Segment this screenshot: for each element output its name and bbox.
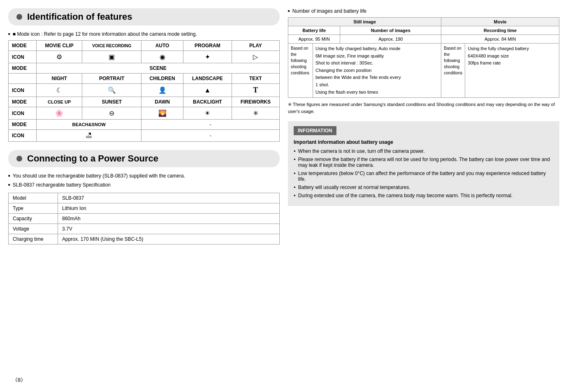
- info-bullet-2: Please remove the battery if the camera …: [294, 157, 554, 168]
- scene-icons-1: ICON ☾ 🔍 👤 ▲ T: [9, 84, 280, 97]
- mode-table: MODE MOVIE CLIP VOICE RECORDING AUTO PRO…: [8, 40, 280, 142]
- still-movie-header: Still image Movie: [288, 18, 559, 26]
- scene-icons-2: ICON 🌸 ⊖ 🌄 ☀ ✳: [9, 107, 280, 120]
- info-bullet-5: During extended use of the camera, the c…: [294, 193, 554, 198]
- information-box: INFORMATION Important information about …: [288, 121, 559, 206]
- info-bullet-1: When the camera is not in use, turn off …: [294, 148, 554, 154]
- information-header: INFORMATION: [294, 126, 336, 135]
- connecting-header: Connecting to a Power Source: [8, 150, 280, 167]
- scene-row: MODE SCENE: [9, 63, 280, 74]
- mode-note: ■ Mode icon : Refer to page 12 for more …: [8, 31, 280, 37]
- connecting-title: Connecting to a Power Source: [27, 153, 158, 164]
- information-title: Important information about battery usag…: [294, 139, 554, 145]
- battery-num-header: Battery life Number of images Recording …: [288, 26, 559, 35]
- number-images-section: Number of images and battery life Still …: [288, 8, 559, 115]
- scene-sub-header-3: MODE BEACH&SNOW -: [9, 120, 280, 130]
- still-movie-table: Still image Movie Battery life Number of…: [288, 17, 559, 98]
- scene-sub-header-2: MODE CLOSE UP SUNSET DAWN BACKLIGHT FIRE…: [9, 97, 280, 107]
- spec-table: Model SLB-0837 Type Lithium Ion Capacity…: [8, 193, 280, 244]
- icon-row-1: ICON ⚙ ▣ ◉ ✦ ▷: [9, 51, 280, 63]
- spec-row-voltage: Voltage 3.7V: [9, 224, 280, 234]
- mode-header-row: MODE MOVIE CLIP VOICE RECORDING AUTO PRO…: [9, 41, 280, 51]
- identification-header: Identification of features: [8, 8, 280, 25]
- connecting-section: Connecting to a Power Source You should …: [8, 150, 280, 244]
- page-number: 《8》: [12, 376, 26, 384]
- info-bullet-4: Battery will usually recover at normal t…: [294, 184, 554, 190]
- info-bullet-3: Low temperatures (below 0°C) can affect …: [294, 171, 554, 182]
- connecting-bullet1: You should use the rechargeable battery …: [8, 173, 280, 179]
- connecting-bullet2: SLB-0837 rechargeable battery Specificat…: [8, 182, 280, 188]
- scene-icons-3: ICON 🏖 -: [9, 130, 280, 142]
- conditions-row: Based on the following shooting conditio…: [288, 44, 559, 98]
- num-images-title: Number of images and battery life: [288, 8, 559, 14]
- header-bullet: [16, 14, 22, 20]
- spec-row-type: Type Lithium Ion: [9, 203, 280, 214]
- identification-title: Identification of features: [27, 12, 132, 22]
- scene-sub-header: NIGHT PORTRAIT CHILDREN LANDSCAPE TEXT: [9, 74, 280, 84]
- approx-row: Approx. 95 MIN Approx. 190 Approx. 84 MI…: [288, 35, 559, 44]
- connecting-bullet: [16, 156, 22, 161]
- measurement-note: ※ These figures are measured under Samsu…: [288, 101, 559, 115]
- spec-row-capacity: Capacity 860mAh: [9, 214, 280, 224]
- spec-row-model: Model SLB-0837: [9, 193, 280, 203]
- spec-row-charging: Charging time Approx. 170 MIN (Using the…: [9, 234, 280, 244]
